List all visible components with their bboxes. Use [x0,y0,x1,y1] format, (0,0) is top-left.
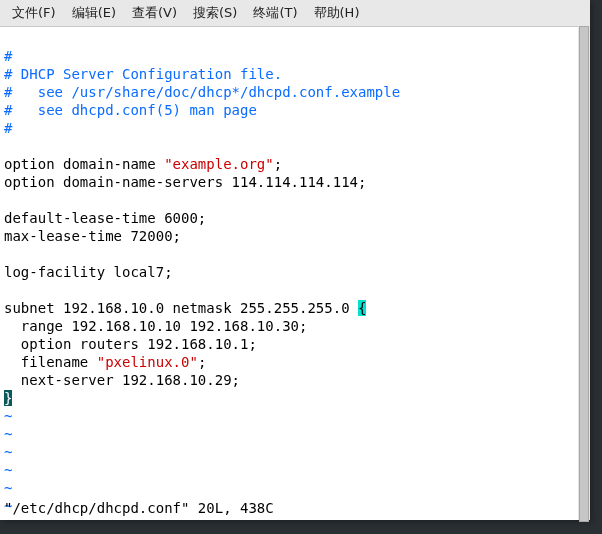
code-text: option routers 192.168.10.1; [4,336,257,352]
line: filename "pxelinux.0"; [4,354,206,370]
code-text: ; [274,156,282,172]
tilde-line: ~ [4,480,12,496]
comment-hash: # [4,120,12,136]
line: # [4,120,12,136]
code-text: next-server 192.168.10.29; [4,372,240,388]
comment-text: DHCP Server Configuration file. [12,66,282,82]
tilde-icon: ~ [4,462,12,478]
menu-search[interactable]: 搜索(S) [185,3,245,23]
editor-area[interactable]: # # DHCP Server Configuration file. # se… [0,27,590,534]
code-text: subnet 192.168.10.0 netmask 255.255.255.… [4,300,358,316]
status-line: "/etc/dhcp/dhcpd.conf" 20L, 438C [0,500,590,520]
code-text: range 192.168.10.10 192.168.10.30; [4,318,307,334]
code-text: option domain-name-servers 114.114.114.1… [4,174,366,190]
line: # DHCP Server Configuration file. [4,66,282,82]
scrollbar[interactable] [578,26,590,520]
line: default-lease-time 6000; [4,210,206,226]
string-literal: "example.org" [164,156,274,172]
menu-view[interactable]: 查看(V) [124,3,185,23]
comment-text: see /usr/share/doc/dhcp*/dhcpd.conf.exam… [12,84,400,100]
line: log-facility local7; [4,264,173,280]
line: subnet 192.168.10.0 netmask 255.255.255.… [4,300,366,316]
menu-terminal[interactable]: 终端(T) [245,3,305,23]
tilde-line: ~ [4,408,12,424]
tilde-line: ~ [4,462,12,478]
line: option routers 192.168.10.1; [4,336,257,352]
code-text: ; [198,354,206,370]
menu-help[interactable]: 帮助(H) [306,3,368,23]
comment-text: see dhcpd.conf(5) man page [12,102,256,118]
line: max-lease-time 72000; [4,228,181,244]
line: option domain-name "example.org"; [4,156,282,172]
menu-edit[interactable]: 编辑(E) [64,3,124,23]
line: next-server 192.168.10.29; [4,372,240,388]
comment-hash: # [4,48,12,64]
status-text: "/etc/dhcp/dhcpd.conf" 20L, 438C [4,500,274,516]
tilde-icon: ~ [4,480,12,496]
code-text: default-lease-time 6000; [4,210,206,226]
tilde-icon: ~ [4,426,12,442]
code-text: option domain-name [4,156,164,172]
code-text: log-facility local7; [4,264,173,280]
menubar: 文件(F) 编辑(E) 查看(V) 搜索(S) 终端(T) 帮助(H) [0,0,590,27]
line: # see dhcpd.conf(5) man page [4,102,257,118]
string-literal: "pxelinux.0" [97,354,198,370]
tilde-icon: ~ [4,444,12,460]
line: option domain-name-servers 114.114.114.1… [4,174,366,190]
tilde-line: ~ [4,444,12,460]
code-text: max-lease-time 72000; [4,228,181,244]
menu-file[interactable]: 文件(F) [4,3,64,23]
tilde-icon: ~ [4,408,12,424]
cursor-brace-icon: } [4,390,12,406]
brace-match-icon: { [358,300,366,316]
tilde-line: ~ [4,426,12,442]
line: # [4,48,12,64]
terminal-window: 文件(F) 编辑(E) 查看(V) 搜索(S) 终端(T) 帮助(H) # # … [0,0,590,520]
scrollbar-thumb[interactable] [579,26,589,522]
line: # see /usr/share/doc/dhcp*/dhcpd.conf.ex… [4,84,400,100]
line: } [4,390,12,406]
code-text: filename [4,354,97,370]
line: range 192.168.10.10 192.168.10.30; [4,318,307,334]
